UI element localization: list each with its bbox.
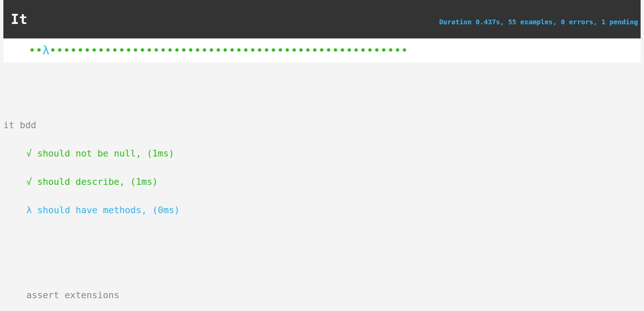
suite-title: assert extensions <box>26 290 641 300</box>
test-label: should describe, (1ms) <box>37 176 158 187</box>
page-container: It Duration 0.437s, 55 examples, 0 error… <box>3 0 641 311</box>
pass-check-icon: √ <box>26 176 32 187</box>
report-header: It Duration 0.437s, 55 examples, 0 error… <box>3 0 641 38</box>
test-report: it bdd √ should not be null, (1ms) √ sho… <box>3 62 641 311</box>
page-title: It <box>11 11 28 27</box>
suite-it-bdd: it bdd √ should not be null, (1ms) √ sho… <box>3 102 641 234</box>
suite-title: it bdd <box>3 120 641 130</box>
suite-assert-extensions: assert extensions √ should add methods, … <box>26 272 641 311</box>
test-result: √ should describe, (1ms) <box>26 177 641 187</box>
test-result: λ should have methods, (0ms) <box>26 205 641 215</box>
pending-lambda-icon: λ <box>26 205 32 215</box>
test-label: should have methods, (0ms) <box>37 205 180 215</box>
pass-dots: •• <box>29 38 42 62</box>
test-result: √ should not be null, (1ms) <box>26 149 641 158</box>
pass-check-icon: √ <box>26 148 32 159</box>
pending-lambda-icon: λ <box>42 38 49 62</box>
progress-bar: ••λ•••••••••••••••••••••••••••••••••••••… <box>3 38 641 62</box>
test-label: should not be null, (1ms) <box>37 148 174 159</box>
summary-stats: Duration 0.437s, 55 examples, 0 errors, … <box>439 18 638 26</box>
pass-dots: ••••••••••••••••••••••••••••••••••••••••… <box>49 38 408 62</box>
